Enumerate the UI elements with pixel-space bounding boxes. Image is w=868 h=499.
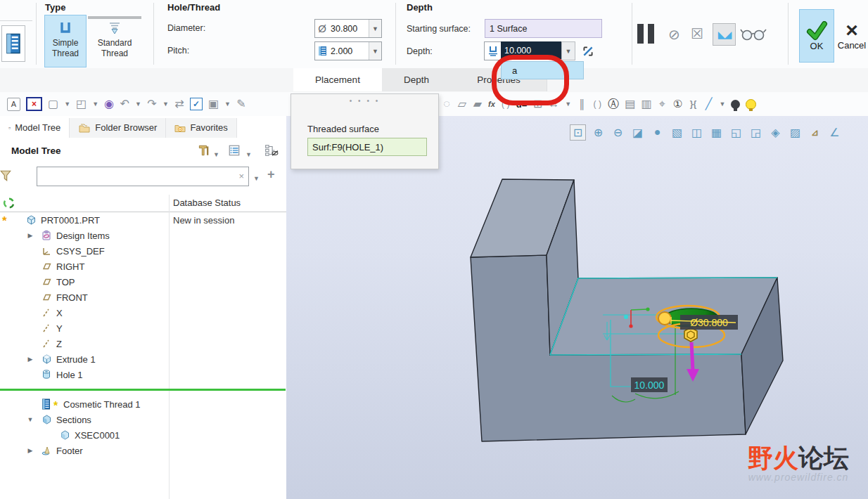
standard-thread-button[interactable]: Standard Thread bbox=[87, 15, 142, 67]
tree-visibility-icon[interactable] bbox=[264, 144, 279, 160]
pause-icon[interactable] bbox=[637, 24, 644, 44]
tree-row-design-items[interactable]: ▶Design Items bbox=[0, 228, 286, 243]
tree-item-label[interactable]: Hole 1 bbox=[56, 370, 83, 380]
tree-item-label[interactable]: CSYS_DEF bbox=[56, 246, 105, 257]
tab-depth[interactable]: Depth bbox=[382, 68, 452, 91]
caret-down-icon[interactable]: ▼ bbox=[245, 148, 252, 161]
ok-button[interactable]: OK bbox=[799, 9, 834, 63]
selection-filter-icon[interactable]: ◌ bbox=[442, 98, 452, 110]
pause-icon[interactable] bbox=[648, 24, 654, 44]
caret-down-icon[interactable]: ▼ bbox=[565, 98, 571, 110]
graphics-area[interactable]: ⊡⊕⊖◪●▧◫▦◱◲◈▨⊿∠ bbox=[286, 116, 868, 499]
ruler-icon[interactable]: ╱ bbox=[704, 98, 714, 110]
tree-row-top[interactable]: TOP bbox=[0, 274, 286, 290]
view-orient-icon[interactable]: ◲ bbox=[748, 125, 763, 140]
expand-arrow-icon[interactable]: ▶ bbox=[27, 232, 34, 239]
expand-arrow-icon[interactable]: ▶ bbox=[27, 447, 34, 454]
search-clear-icon[interactable]: × bbox=[238, 171, 244, 181]
windows-icon[interactable]: ▣ bbox=[208, 98, 219, 110]
threaded-surface-collector[interactable]: Surf:F9(HOLE_1) bbox=[307, 138, 427, 156]
circled-one-icon[interactable]: ① bbox=[673, 98, 683, 110]
font-annotation-icon[interactable]: A bbox=[7, 98, 20, 111]
refresh-status-icon[interactable] bbox=[3, 197, 15, 209]
annotate-a-icon[interactable]: Ⓐ bbox=[608, 98, 619, 110]
diameter-drag-handle[interactable] bbox=[658, 312, 671, 325]
add-filter-icon[interactable]: + bbox=[267, 167, 275, 182]
close-windows-icon[interactable]: × bbox=[26, 97, 42, 111]
deselect-box-icon[interactable]: ▰ bbox=[473, 98, 483, 110]
sketch-icon[interactable]: ✎ bbox=[236, 98, 246, 110]
tab-placement[interactable]: Placement bbox=[293, 68, 383, 91]
model-intent-icon[interactable]: ◉ bbox=[104, 98, 114, 110]
parameters-fx-icon[interactable]: fx bbox=[488, 100, 495, 108]
tree-item-label[interactable]: Design Items bbox=[56, 231, 110, 241]
view-normal-icon[interactable]: ◱ bbox=[729, 125, 743, 140]
section-view-icon[interactable]: ▨ bbox=[788, 125, 803, 140]
collapse-arrow-icon[interactable]: ▼ bbox=[27, 416, 34, 423]
caret-down-icon[interactable]: ▼ bbox=[162, 98, 169, 110]
diameter-dimension[interactable]: Ø30.800 bbox=[671, 315, 738, 330]
insert-here-locator[interactable] bbox=[0, 389, 286, 391]
undo-icon[interactable]: ↶ bbox=[120, 98, 129, 110]
open-book-icon[interactable]: }{ bbox=[689, 98, 698, 110]
tree-item-label[interactable]: FRONT bbox=[56, 292, 88, 303]
redo-icon[interactable]: ↷ bbox=[147, 98, 157, 110]
caret-down-icon[interactable]: ▼ bbox=[213, 148, 219, 161]
preview-geometry-icon[interactable]: ◣◢ bbox=[713, 23, 736, 46]
tree-row-extrude-1[interactable]: ▶Extrude 1 bbox=[0, 351, 286, 367]
tree-item-label[interactable]: PRT0001.PRT bbox=[41, 215, 100, 226]
depth-option-icon[interactable] bbox=[484, 41, 502, 60]
saved-views-icon[interactable]: ▦ bbox=[709, 125, 724, 140]
tree-item-label[interactable]: RIGHT bbox=[56, 261, 84, 272]
tree-row-x[interactable]: X bbox=[0, 305, 286, 320]
parallel-lines-icon[interactable]: ∥ bbox=[577, 98, 587, 110]
tab-favorites[interactable]: Favorites bbox=[166, 118, 236, 138]
tab-folder-browser[interactable]: Folder Browser bbox=[70, 118, 166, 138]
filter-funnel-icon[interactable] bbox=[0, 169, 11, 182]
simple-thread-button[interactable]: Simple Thread bbox=[44, 15, 87, 67]
expand-arrow-icon[interactable]: ▶ bbox=[27, 356, 34, 363]
select-checkbox-icon[interactable]: ✓ bbox=[190, 98, 203, 110]
caret-down-icon[interactable]: ▼ bbox=[92, 98, 98, 110]
panel-drag-handle[interactable]: • • • • bbox=[291, 97, 438, 105]
diameter-dropdown-arrow[interactable]: ▼ bbox=[369, 20, 381, 37]
show-style-icon[interactable]: ◫ bbox=[689, 125, 704, 140]
caret-down-icon[interactable]: ▼ bbox=[64, 98, 70, 110]
zoom-in-icon[interactable]: ⊕ bbox=[591, 125, 606, 140]
bulb-on-icon[interactable] bbox=[746, 99, 756, 110]
bulb-off-icon[interactable] bbox=[731, 100, 740, 109]
pole-annotation-icon[interactable]: ⌖ bbox=[658, 98, 668, 110]
tree-item-label[interactable]: Footer bbox=[56, 446, 83, 456]
tree-item-label[interactable]: X bbox=[56, 308, 63, 318]
tree-item-label[interactable]: Cosmetic Thread 1 bbox=[63, 399, 141, 410]
tree-search-input[interactable]: × bbox=[37, 167, 249, 186]
caret-down-icon[interactable]: ▼ bbox=[224, 98, 231, 110]
caret-down-icon[interactable]: ▼ bbox=[135, 98, 141, 110]
tree-row-csys-def[interactable]: CSYS_DEF bbox=[0, 243, 286, 259]
caret-down-icon[interactable]: ▼ bbox=[720, 98, 726, 110]
tree-row-cosmetic-thread-1[interactable]: *Cosmetic Thread 1 bbox=[0, 396, 286, 412]
perspective-icon[interactable]: ◈ bbox=[768, 125, 783, 140]
regenerate-icon[interactable]: ⇄ bbox=[174, 98, 184, 110]
placement-slide-panel[interactable]: • • • •Threaded surfaceSurf:F9(HOLE_1) bbox=[291, 93, 439, 169]
tree-row-prt0001-prt[interactable]: *PRT0001.PRTNew in session bbox=[0, 212, 286, 228]
database-status-column-header[interactable]: Database Status bbox=[173, 197, 241, 208]
flip-depth-direction-icon[interactable] bbox=[578, 41, 597, 60]
depth-dimension[interactable]: 10.000 bbox=[631, 377, 668, 392]
cancel-button[interactable]: × Cancel bbox=[836, 9, 868, 61]
parentheses-icon[interactable]: ( ) bbox=[592, 98, 602, 110]
tree-row-footer[interactable]: ▶Footer bbox=[0, 443, 286, 458]
diameter-field[interactable]: Ø 30.800 ▼ bbox=[314, 19, 382, 38]
tree-row-sections[interactable]: ▼Sections bbox=[0, 412, 286, 427]
starting-surface-field[interactable]: 1 Surface bbox=[485, 19, 602, 38]
tree-item-label[interactable]: Y bbox=[56, 323, 63, 334]
select-box-icon[interactable]: ▱ bbox=[457, 98, 467, 110]
display-style-icon[interactable]: ▧ bbox=[670, 125, 684, 140]
wireframe-preview-icon[interactable]: ☒ bbox=[691, 25, 703, 42]
tree-item-label[interactable]: Extrude 1 bbox=[56, 354, 96, 365]
tree-row-z[interactable]: Z bbox=[0, 336, 286, 351]
caret-down-icon[interactable]: ▼ bbox=[253, 172, 260, 185]
tree-item-label[interactable]: TOP bbox=[56, 277, 75, 287]
tree-item-label[interactable]: Sections bbox=[56, 415, 91, 425]
new-file-icon[interactable]: ▢ bbox=[48, 98, 58, 110]
